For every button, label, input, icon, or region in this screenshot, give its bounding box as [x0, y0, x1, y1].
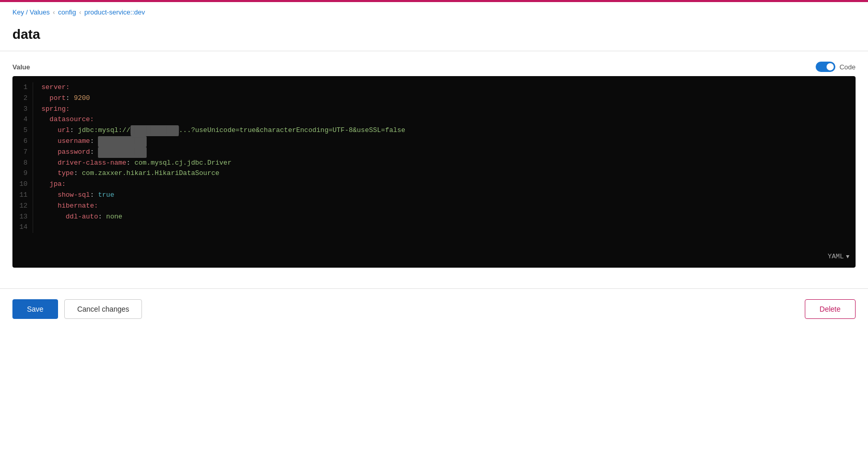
- breadcrumb-config[interactable]: config: [58, 8, 76, 16]
- divider: [0, 288, 868, 289]
- chevron-down-icon: ▼: [846, 253, 849, 262]
- cancel-button[interactable]: Cancel changes: [64, 299, 142, 319]
- page-title: data: [0, 22, 868, 51]
- line-numbers: 1234567891011121314: [12, 82, 33, 233]
- breadcrumb-sep-2: ‹: [79, 9, 81, 16]
- breadcrumb-key-values[interactable]: Key / Values: [12, 8, 50, 16]
- code-toggle-switch[interactable]: [816, 62, 835, 72]
- code-label: Code: [839, 63, 856, 71]
- value-label: Value: [12, 63, 30, 71]
- actions-row: Save Cancel changes Delete: [0, 299, 868, 331]
- breadcrumb: Key / Values ‹ config ‹ product-service:…: [0, 2, 868, 22]
- breadcrumb-sep-1: ‹: [53, 9, 55, 16]
- delete-button[interactable]: Delete: [805, 299, 856, 319]
- code-content[interactable]: server: port: 9200spring: datasource: ur…: [33, 82, 856, 233]
- yaml-selector[interactable]: YAML ▼: [828, 252, 849, 262]
- code-editor[interactable]: 1234567891011121314 server: port: 9200sp…: [12, 76, 856, 268]
- breadcrumb-service[interactable]: product-service::dev: [84, 8, 145, 16]
- yaml-label: YAML: [828, 252, 844, 262]
- save-button[interactable]: Save: [12, 299, 58, 319]
